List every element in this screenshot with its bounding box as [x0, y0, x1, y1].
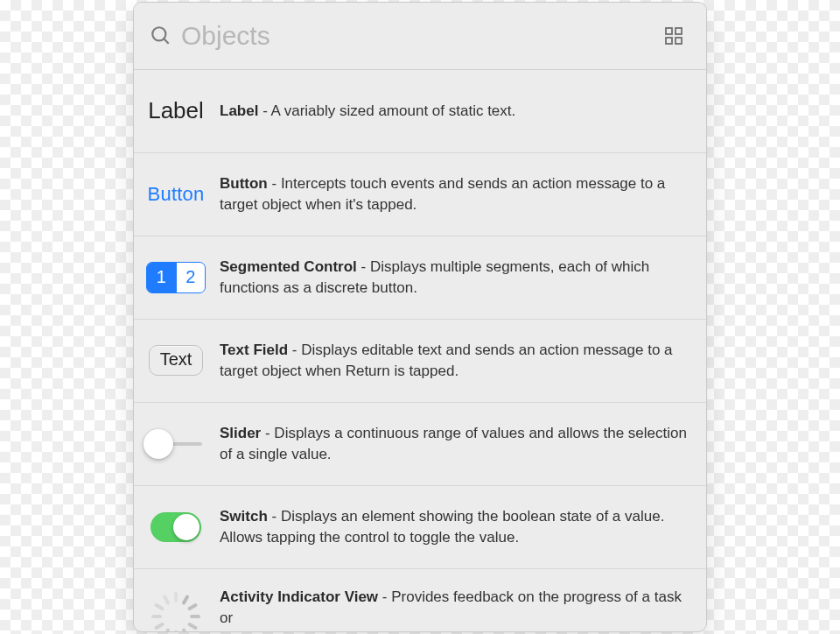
svg-rect-3 — [676, 28, 682, 34]
svg-rect-5 — [676, 38, 682, 44]
search-bar — [134, 3, 706, 70]
button-icon: Button — [144, 171, 207, 218]
activity-indicator-icon — [144, 592, 207, 618]
svg-point-0 — [152, 27, 165, 40]
switch-icon — [144, 504, 207, 551]
grid-view-button[interactable] — [661, 23, 687, 49]
svg-rect-2 — [666, 28, 672, 34]
list-item-text: Text Field - Displays editable text and … — [220, 340, 689, 382]
segmented-control-icon: 1 2 — [144, 254, 207, 301]
slider-icon — [144, 420, 207, 468]
label-icon: Label — [144, 88, 207, 135]
list-item-text: Segmented Control - Displays multiple se… — [220, 257, 689, 299]
search-icon — [150, 25, 172, 47]
list-item[interactable]: Button Button - Intercepts touch events … — [134, 153, 706, 236]
list-item-text: Button - Intercepts touch events and sen… — [220, 173, 689, 215]
svg-line-1 — [164, 39, 168, 43]
list-item-text: Label - A variably sized amount of stati… — [220, 101, 689, 122]
list-item-text: Activity Indicator View - Provides feedb… — [220, 587, 689, 629]
list-item[interactable]: Slider - Displays a continuous range of … — [134, 403, 706, 486]
list-item[interactable]: 1 2 Segmented Control - Displays multipl… — [134, 236, 706, 320]
object-library-panel: Label Label - A variably sized amount of… — [133, 2, 707, 632]
textfield-icon: Text — [144, 337, 207, 384]
list-item-text: Slider - Displays a continuous range of … — [220, 423, 689, 465]
search-input[interactable] — [172, 21, 661, 51]
list-item[interactable]: Label Label - A variably sized amount of… — [134, 70, 706, 153]
list-item-text: Switch - Displays an element showing the… — [220, 506, 689, 548]
list-item[interactable]: Text Text Field - Displays editable text… — [134, 320, 706, 403]
list-item[interactable]: Activity Indicator View - Provides feedb… — [134, 569, 706, 631]
list-item[interactable]: Switch - Displays an element showing the… — [134, 486, 706, 569]
object-list: Label Label - A variably sized amount of… — [134, 70, 706, 631]
svg-rect-4 — [666, 38, 672, 44]
